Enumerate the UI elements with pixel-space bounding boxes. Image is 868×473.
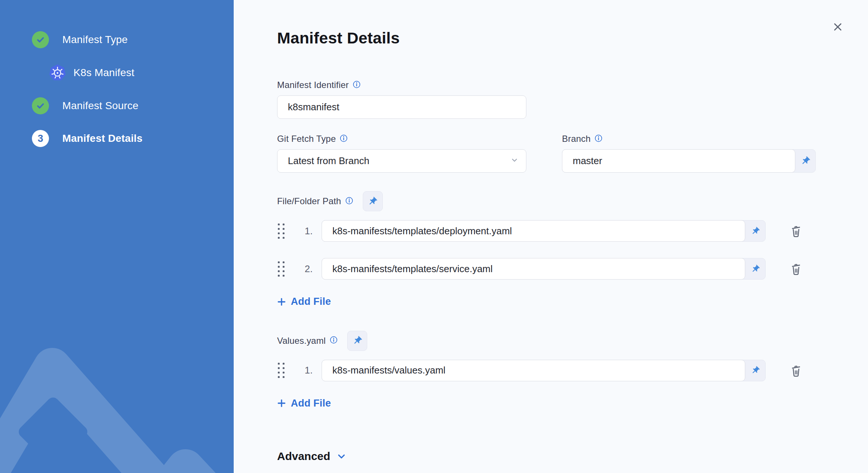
info-icon[interactable]	[353, 81, 361, 88]
pin-icon[interactable]	[745, 221, 765, 241]
row-index: 2.	[296, 263, 313, 275]
git-fetch-type-label: Git Fetch Type	[277, 134, 336, 144]
step-label: Manifest Source	[62, 100, 138, 112]
pin-toggle-button[interactable]	[347, 331, 367, 351]
git-fetch-type-select[interactable]: Latest from Branch	[277, 149, 526, 173]
plus-icon	[277, 399, 286, 408]
pin-icon[interactable]	[745, 258, 765, 279]
drag-handle[interactable]	[278, 363, 285, 378]
sidebar-step-manifest-details[interactable]: 3 Manifest Details	[32, 130, 234, 147]
chevron-down-icon	[336, 451, 346, 461]
advanced-section-toggle[interactable]: Advanced	[277, 450, 868, 463]
add-file-button[interactable]: Add File	[277, 296, 331, 307]
row-index: 1.	[296, 365, 313, 376]
file-path-row: 1.	[277, 220, 868, 242]
values-path-input[interactable]	[322, 360, 745, 381]
trash-icon	[789, 364, 803, 377]
git-fetch-type-field: Git Fetch Type Latest from Branch	[277, 134, 526, 173]
add-file-label: Add File	[291, 296, 331, 307]
check-icon	[36, 35, 45, 45]
branch-field: Branch	[562, 134, 816, 173]
branch-input[interactable]	[562, 149, 795, 173]
row-index: 1.	[296, 225, 313, 237]
check-icon	[36, 101, 45, 111]
trash-icon	[789, 262, 803, 275]
info-icon[interactable]	[340, 134, 348, 142]
add-file-label: Add File	[291, 398, 331, 409]
info-icon[interactable]	[330, 336, 338, 344]
wizard-sidebar: Manifest Type	[0, 0, 234, 473]
branch-input-group	[562, 149, 816, 173]
file-path-input[interactable]	[322, 220, 745, 242]
page-title: Manifest Details	[277, 29, 868, 47]
info-icon[interactable]	[595, 134, 602, 142]
sidebar-step-manifest-source[interactable]: Manifest Source	[32, 97, 234, 114]
drag-handle[interactable]	[278, 224, 285, 239]
wizard-steps: Manifest Type	[0, 0, 234, 147]
manifest-identifier-label: Manifest Identifier	[277, 80, 349, 90]
pin-icon	[352, 336, 362, 346]
pin-icon	[368, 196, 378, 206]
close-icon[interactable]	[829, 19, 846, 35]
step-label: Manifest Type	[62, 34, 128, 46]
file-path-input-group	[322, 220, 766, 242]
info-icon[interactable]	[345, 197, 353, 205]
values-path-row: 1.	[277, 360, 868, 381]
manifest-identifier-input[interactable]	[277, 95, 526, 119]
pin-icon[interactable]	[795, 150, 815, 172]
sidebar-substep-k8s-manifest[interactable]: K8s Manifest	[32, 64, 234, 82]
file-path-input[interactable]	[322, 258, 745, 280]
delete-row-button[interactable]	[788, 223, 804, 239]
delete-row-button[interactable]	[788, 261, 804, 277]
chevron-down-icon	[510, 155, 519, 167]
file-folder-path-label: File/Folder Path	[277, 196, 341, 206]
file-path-row: 2.	[277, 258, 868, 280]
delete-row-button[interactable]	[788, 362, 804, 379]
harness-logo-watermark	[0, 345, 234, 473]
values-path-input-group	[322, 360, 766, 381]
advanced-label: Advanced	[277, 450, 330, 463]
values-yaml-label: Values.yaml	[277, 336, 326, 346]
dialog-body: Manifest Details Manifest Identifier	[234, 0, 868, 473]
step-number-badge: 3	[32, 130, 49, 147]
step-complete-badge	[32, 31, 49, 48]
substep-label: K8s Manifest	[73, 67, 134, 79]
plus-icon	[277, 297, 286, 306]
pin-icon[interactable]	[745, 360, 765, 381]
file-path-input-group	[322, 258, 766, 280]
trash-icon	[789, 224, 803, 238]
step-label: Manifest Details	[62, 133, 142, 144]
kubernetes-icon	[49, 64, 66, 82]
pin-toggle-button[interactable]	[363, 191, 383, 211]
manifest-details-dialog: Manifest Type	[0, 0, 868, 473]
branch-label: Branch	[562, 134, 591, 144]
sidebar-step-manifest-type[interactable]: Manifest Type	[32, 31, 234, 48]
git-fetch-type-value: Latest from Branch	[288, 155, 369, 167]
step-complete-badge	[32, 97, 49, 114]
add-file-button[interactable]: Add File	[277, 398, 331, 409]
drag-handle[interactable]	[278, 261, 285, 277]
